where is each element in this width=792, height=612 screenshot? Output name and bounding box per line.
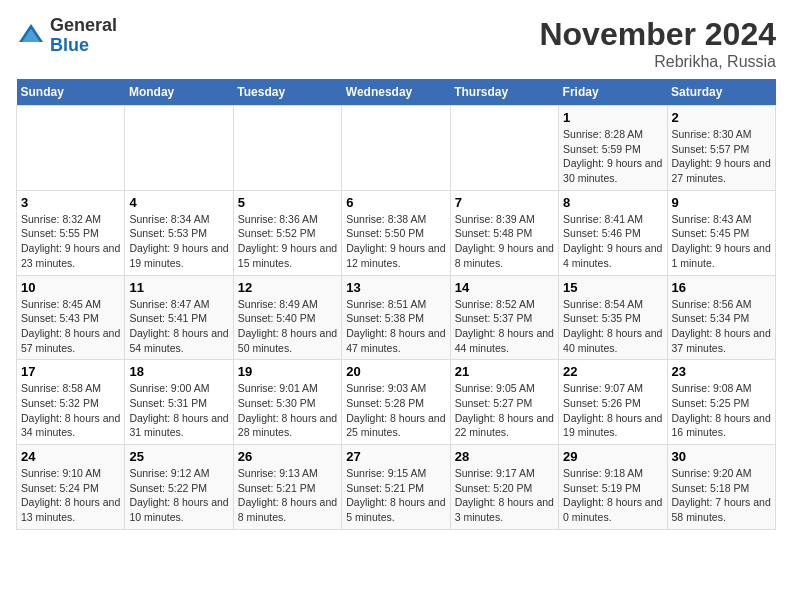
calendar-day-cell: 29Sunrise: 9:18 AMSunset: 5:19 PMDayligh… [559, 445, 667, 530]
day-of-week-header: Friday [559, 79, 667, 106]
day-info: Sunrise: 8:43 AMSunset: 5:45 PMDaylight:… [672, 212, 771, 271]
day-info: Sunrise: 9:07 AMSunset: 5:26 PMDaylight:… [563, 381, 662, 440]
day-number: 13 [346, 280, 445, 295]
day-info: Sunrise: 9:18 AMSunset: 5:19 PMDaylight:… [563, 466, 662, 525]
logo-blue: Blue [50, 35, 89, 55]
day-info: Sunrise: 8:51 AMSunset: 5:38 PMDaylight:… [346, 297, 445, 356]
title-block: November 2024 Rebrikha, Russia [539, 16, 776, 71]
day-number: 18 [129, 364, 228, 379]
day-number: 7 [455, 195, 554, 210]
calendar-day-cell: 12Sunrise: 8:49 AMSunset: 5:40 PMDayligh… [233, 275, 341, 360]
day-number: 30 [672, 449, 771, 464]
day-info: Sunrise: 8:47 AMSunset: 5:41 PMDaylight:… [129, 297, 228, 356]
day-info: Sunrise: 9:01 AMSunset: 5:30 PMDaylight:… [238, 381, 337, 440]
day-of-week-header: Thursday [450, 79, 558, 106]
calendar-week-row: 10Sunrise: 8:45 AMSunset: 5:43 PMDayligh… [17, 275, 776, 360]
calendar-day-cell: 22Sunrise: 9:07 AMSunset: 5:26 PMDayligh… [559, 360, 667, 445]
day-number: 10 [21, 280, 120, 295]
day-number: 4 [129, 195, 228, 210]
calendar-day-cell: 2Sunrise: 8:30 AMSunset: 5:57 PMDaylight… [667, 106, 775, 191]
day-number: 2 [672, 110, 771, 125]
calendar-day-cell: 25Sunrise: 9:12 AMSunset: 5:22 PMDayligh… [125, 445, 233, 530]
day-number: 17 [21, 364, 120, 379]
calendar-day-cell: 19Sunrise: 9:01 AMSunset: 5:30 PMDayligh… [233, 360, 341, 445]
day-info: Sunrise: 9:13 AMSunset: 5:21 PMDaylight:… [238, 466, 337, 525]
day-info: Sunrise: 9:20 AMSunset: 5:18 PMDaylight:… [672, 466, 771, 525]
day-number: 8 [563, 195, 662, 210]
calendar-day-cell: 16Sunrise: 8:56 AMSunset: 5:34 PMDayligh… [667, 275, 775, 360]
calendar-day-cell: 10Sunrise: 8:45 AMSunset: 5:43 PMDayligh… [17, 275, 125, 360]
calendar-day-cell: 6Sunrise: 8:38 AMSunset: 5:50 PMDaylight… [342, 190, 450, 275]
day-info: Sunrise: 8:41 AMSunset: 5:46 PMDaylight:… [563, 212, 662, 271]
calendar-day-cell: 9Sunrise: 8:43 AMSunset: 5:45 PMDaylight… [667, 190, 775, 275]
calendar-header-row: SundayMondayTuesdayWednesdayThursdayFrid… [17, 79, 776, 106]
day-number: 21 [455, 364, 554, 379]
calendar-day-cell: 3Sunrise: 8:32 AMSunset: 5:55 PMDaylight… [17, 190, 125, 275]
calendar-day-cell: 17Sunrise: 8:58 AMSunset: 5:32 PMDayligh… [17, 360, 125, 445]
day-number: 14 [455, 280, 554, 295]
day-info: Sunrise: 8:34 AMSunset: 5:53 PMDaylight:… [129, 212, 228, 271]
day-of-week-header: Tuesday [233, 79, 341, 106]
day-of-week-header: Monday [125, 79, 233, 106]
day-info: Sunrise: 9:10 AMSunset: 5:24 PMDaylight:… [21, 466, 120, 525]
calendar-day-cell: 1Sunrise: 8:28 AMSunset: 5:59 PMDaylight… [559, 106, 667, 191]
day-of-week-header: Wednesday [342, 79, 450, 106]
calendar-day-cell: 18Sunrise: 9:00 AMSunset: 5:31 PMDayligh… [125, 360, 233, 445]
day-number: 27 [346, 449, 445, 464]
day-number: 5 [238, 195, 337, 210]
calendar-week-row: 17Sunrise: 8:58 AMSunset: 5:32 PMDayligh… [17, 360, 776, 445]
calendar-day-cell: 24Sunrise: 9:10 AMSunset: 5:24 PMDayligh… [17, 445, 125, 530]
calendar-day-cell [342, 106, 450, 191]
day-number: 9 [672, 195, 771, 210]
day-info: Sunrise: 8:49 AMSunset: 5:40 PMDaylight:… [238, 297, 337, 356]
calendar-day-cell: 28Sunrise: 9:17 AMSunset: 5:20 PMDayligh… [450, 445, 558, 530]
day-number: 26 [238, 449, 337, 464]
month-title: November 2024 [539, 16, 776, 53]
logo: General Blue [16, 16, 117, 56]
day-number: 15 [563, 280, 662, 295]
calendar-table: SundayMondayTuesdayWednesdayThursdayFrid… [16, 79, 776, 530]
day-number: 1 [563, 110, 662, 125]
calendar-day-cell: 26Sunrise: 9:13 AMSunset: 5:21 PMDayligh… [233, 445, 341, 530]
day-info: Sunrise: 8:30 AMSunset: 5:57 PMDaylight:… [672, 127, 771, 186]
day-number: 22 [563, 364, 662, 379]
day-info: Sunrise: 8:28 AMSunset: 5:59 PMDaylight:… [563, 127, 662, 186]
page-header: General Blue November 2024 Rebrikha, Rus… [16, 16, 776, 71]
day-info: Sunrise: 8:39 AMSunset: 5:48 PMDaylight:… [455, 212, 554, 271]
day-number: 29 [563, 449, 662, 464]
calendar-day-cell: 7Sunrise: 8:39 AMSunset: 5:48 PMDaylight… [450, 190, 558, 275]
calendar-body: 1Sunrise: 8:28 AMSunset: 5:59 PMDaylight… [17, 106, 776, 530]
day-of-week-header: Sunday [17, 79, 125, 106]
day-number: 12 [238, 280, 337, 295]
calendar-day-cell: 20Sunrise: 9:03 AMSunset: 5:28 PMDayligh… [342, 360, 450, 445]
day-info: Sunrise: 8:58 AMSunset: 5:32 PMDaylight:… [21, 381, 120, 440]
day-info: Sunrise: 8:45 AMSunset: 5:43 PMDaylight:… [21, 297, 120, 356]
day-number: 24 [21, 449, 120, 464]
calendar-day-cell: 23Sunrise: 9:08 AMSunset: 5:25 PMDayligh… [667, 360, 775, 445]
calendar-day-cell: 8Sunrise: 8:41 AMSunset: 5:46 PMDaylight… [559, 190, 667, 275]
calendar-day-cell: 4Sunrise: 8:34 AMSunset: 5:53 PMDaylight… [125, 190, 233, 275]
day-number: 3 [21, 195, 120, 210]
calendar-day-cell: 5Sunrise: 8:36 AMSunset: 5:52 PMDaylight… [233, 190, 341, 275]
location: Rebrikha, Russia [539, 53, 776, 71]
calendar-week-row: 1Sunrise: 8:28 AMSunset: 5:59 PMDaylight… [17, 106, 776, 191]
day-info: Sunrise: 8:56 AMSunset: 5:34 PMDaylight:… [672, 297, 771, 356]
logo-text: General Blue [50, 16, 117, 56]
day-info: Sunrise: 8:54 AMSunset: 5:35 PMDaylight:… [563, 297, 662, 356]
calendar-day-cell [233, 106, 341, 191]
calendar-day-cell: 13Sunrise: 8:51 AMSunset: 5:38 PMDayligh… [342, 275, 450, 360]
day-info: Sunrise: 9:17 AMSunset: 5:20 PMDaylight:… [455, 466, 554, 525]
logo-general: General [50, 15, 117, 35]
calendar-day-cell [125, 106, 233, 191]
day-number: 19 [238, 364, 337, 379]
day-info: Sunrise: 8:32 AMSunset: 5:55 PMDaylight:… [21, 212, 120, 271]
calendar-day-cell: 27Sunrise: 9:15 AMSunset: 5:21 PMDayligh… [342, 445, 450, 530]
day-info: Sunrise: 9:15 AMSunset: 5:21 PMDaylight:… [346, 466, 445, 525]
logo-icon [16, 21, 46, 51]
day-number: 28 [455, 449, 554, 464]
day-info: Sunrise: 9:03 AMSunset: 5:28 PMDaylight:… [346, 381, 445, 440]
calendar-day-cell [17, 106, 125, 191]
day-info: Sunrise: 8:38 AMSunset: 5:50 PMDaylight:… [346, 212, 445, 271]
calendar-day-cell: 15Sunrise: 8:54 AMSunset: 5:35 PMDayligh… [559, 275, 667, 360]
day-number: 20 [346, 364, 445, 379]
